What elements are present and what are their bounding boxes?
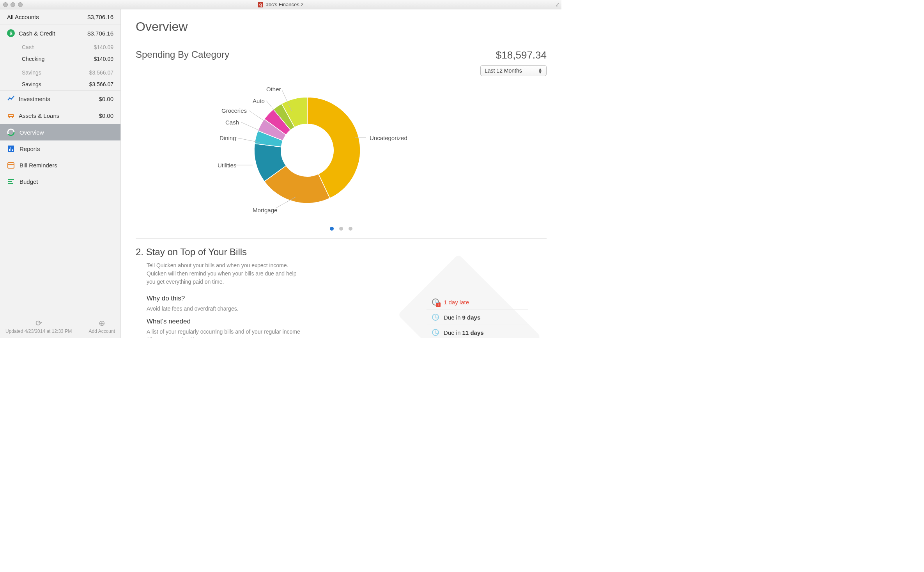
chevron-updown-icon: ▲▼ [538,68,542,74]
sidebar-savings[interactable]: Savings $3,566.07 [0,78,120,90]
chart-label-uncategorized: Uncategorized [370,135,407,141]
budget-icon [7,178,15,185]
clock-icon [432,314,439,321]
bill-row-9days[interactable]: Due in 9 days [427,310,528,325]
sidebar-footer: ⟳ Updated 4/23/2014 at 12:33 PM ⊕ Add Ac… [0,314,120,338]
bill-row-11days[interactable]: Due in 11 days [427,325,528,338]
page-title: Overview [136,20,547,34]
svg-rect-6 [11,147,11,151]
chart-label-mortgage: Mortgage [253,207,277,213]
donut-chart [245,88,370,213]
bills-description: Tell Quicken about your bills and when y… [147,261,303,286]
all-accounts-label: All Accounts [7,14,39,20]
period-label: Last 12 Months [485,68,522,74]
chart-label-other: Other [266,86,281,92]
svg-rect-10 [8,179,14,180]
nav-reports[interactable]: Reports [0,140,120,157]
sidebar-nav: Overview Reports Bill Reminders Budget [0,124,120,314]
reports-icon [7,145,15,153]
bill-9-text: Due in 9 days [444,314,480,321]
clock-late-icon [432,298,439,306]
overview-icon [7,128,15,136]
nav-bill-reminders[interactable]: Bill Reminders [0,157,120,173]
chart-label-auto: Auto [253,98,265,104]
svg-point-1 [12,116,13,118]
period-select[interactable]: Last 12 Months ▲▼ [480,65,547,76]
svg-rect-11 [8,181,12,182]
svg-rect-5 [9,149,10,151]
plus-icon: ⊕ [99,318,105,328]
spending-total: $18,597.34 [480,49,547,61]
svg-rect-12 [8,183,13,184]
spending-chart[interactable]: UncategorizedMortgageUtilitiesDiningCash… [136,76,547,224]
investments-icon [7,95,15,103]
bill-11-text: Due in 11 days [444,329,484,336]
sidebar-cash-group: Cash $140.09 [0,41,120,53]
carousel-dots [136,227,547,231]
dollar-icon: $ [7,29,15,37]
chart-label-cash: Cash [225,119,239,126]
chart-label-utilities: Utilities [218,162,236,169]
add-account-button[interactable]: ⊕ Add Account [89,318,115,334]
sidebar-assets-loans[interactable]: Assets & Loans $0.00 [0,107,120,124]
fullscreen-icon[interactable]: ⤢ [555,2,560,8]
sidebar-all-accounts[interactable]: All Accounts $3,706.16 [0,9,120,25]
divider [136,42,547,42]
app-icon: Q [258,2,263,7]
bill-late-text: 1 day late [444,299,469,306]
divider [136,238,547,239]
need-text: A list of your regularly occurring bills… [147,328,303,338]
svg-point-0 [9,116,10,118]
window-title: Q abc's Finances 2 [0,2,561,7]
carousel-dot-1[interactable] [330,227,334,231]
sidebar-cash-credit[interactable]: $Cash & Credit $3,706.16 [0,25,120,41]
refresh-button[interactable]: ⟳ Updated 4/23/2014 at 12:33 PM [5,318,72,334]
calendar-icon [7,161,15,169]
refresh-icon: ⟳ [35,318,42,328]
sidebar-checking[interactable]: Checking $140.09 [0,53,120,65]
svg-rect-7 [12,149,13,151]
window-title-text: abc's Finances 2 [266,2,303,7]
spending-title: Spending By Category [136,49,229,60]
nav-overview[interactable]: Overview [0,124,120,140]
sidebar-savings-group: Savings $3,566.07 [0,65,120,78]
all-accounts-amount: $3,706.16 [87,14,113,20]
why-text: Avoid late fees and overdraft charges. [147,305,303,313]
sidebar-investments[interactable]: Investments $0.00 [0,91,120,107]
chart-label-groceries: Groceries [221,107,247,114]
chart-label-dining: Dining [219,135,236,141]
carousel-dot-2[interactable] [339,227,343,231]
carousel-dot-3[interactable] [349,227,352,231]
bill-row-late[interactable]: 1 day late [427,295,528,310]
upcoming-bills: 1 day late Due in 9 days Due in 11 days [427,295,528,338]
sidebar: All Accounts $3,706.16 $Cash & Credit $3… [0,9,121,338]
bills-heading: 2. Stay on Top of Your Bills [136,247,547,258]
car-icon [7,112,15,119]
svg-rect-8 [8,163,14,168]
clock-icon [432,329,439,336]
window-titlebar: Q abc's Finances 2 ⤢ [0,0,561,9]
main-content: Overview Spending By Category $18,597.34… [121,9,561,338]
nav-budget[interactable]: Budget [0,173,120,190]
